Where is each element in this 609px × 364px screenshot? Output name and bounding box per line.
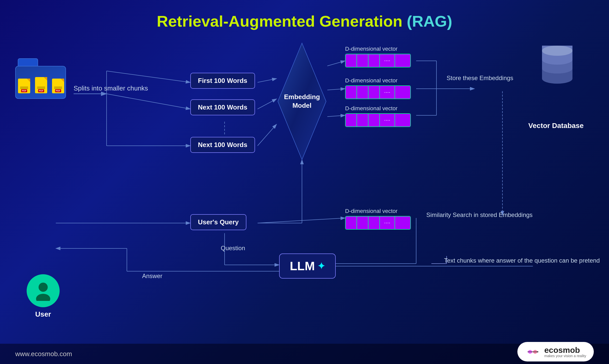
vector-label-2: D-dimensional vector ···· [345,77,411,99]
user-avatar-container: User [20,274,66,318]
user-label: User [20,310,66,318]
pdf-icon-1: PDF [18,79,30,93]
folder-icon: PDF PDF PDF [15,58,66,99]
folder-body: PDF PDF PDF [15,66,66,99]
svg-line-4 [107,71,190,82]
svg-line-24 [258,218,345,223]
question-label: Question [221,245,245,252]
svg-line-5 [107,94,190,109]
folder-area: PDF PDF PDF [13,58,69,99]
svg-point-45 [36,294,50,301]
chunk-next-100-1: Next 100 Words [190,99,255,115]
title-highlight: Retrieval-Augmented Generation [157,12,402,30]
chunk-next-100-2: Next 100 Words [190,137,255,153]
svg-marker-47 [537,351,539,353]
splits-label: Splits into smaller chunks [74,84,148,93]
svg-line-10 [258,99,277,109]
avatar-circle [27,274,60,307]
chunk-first-100: First 100 Words [190,73,255,89]
llm-box: LLM ✦ [279,253,336,279]
user-query-box: User's Query [190,214,246,230]
folder-tab [18,58,38,66]
svg-line-13 [327,89,345,90]
pdf-icon-2: PDF [35,77,47,93]
vector-label-3: D-dimensional vector ···· [345,105,411,127]
svg-line-12 [327,61,345,66]
pdf-icon-3: PDF [52,79,64,93]
logo-name: ecosmob [544,345,580,355]
embedding-model-container: Embedding Model [275,41,329,162]
store-embeddings-label: Store these Embeddings [447,74,513,83]
logo-tagline: makes your vision a reality [544,354,586,358]
title-rest: (RAG) [402,12,452,30]
svg-point-43 [542,46,572,56]
query-vector-container: D-dimensional vector ···· [345,208,411,230]
svg-line-14 [327,115,345,117]
query-vector-bar: ···· [345,216,411,230]
vector-database-container: Vector Database [528,43,584,130]
embedding-label: Embedding Model [284,93,320,110]
logo-badge: ecosmob makes your vision a reality [517,342,594,361]
vector-bar-3: ···· [345,113,411,127]
pdf-icons: PDF PDF PDF [16,77,66,93]
database-label: Vector Database [528,122,584,130]
page-title: Retrieval-Augmented Generation (RAG) [0,0,609,30]
database-cylinder [541,43,571,81]
bottom-bar: www.ecosmob.com ecosmob makes your visio… [0,344,609,364]
svg-line-11 [258,124,277,146]
person-icon [33,281,53,301]
llm-star-icon: ✦ [317,261,325,271]
svg-point-44 [39,283,48,292]
vector-label-1: D-dimensional vector ···· [345,46,411,67]
similarity-search-label: Similarity Search in stored Embeddings [426,210,533,220]
svg-line-9 [258,79,277,82]
logo-text-container: ecosmob makes your vision a reality [544,345,586,358]
vector-bar-1: ···· [345,54,411,67]
cylinder-svg [541,43,574,89]
ecosmob-logo-icon [525,347,540,357]
vector-bar-2: ···· [345,85,411,99]
answer-label: Answer [142,272,162,280]
website-text: www.ecosmob.com [15,350,72,358]
text-chunks-label: Text chunks where answer of the question… [444,256,600,265]
